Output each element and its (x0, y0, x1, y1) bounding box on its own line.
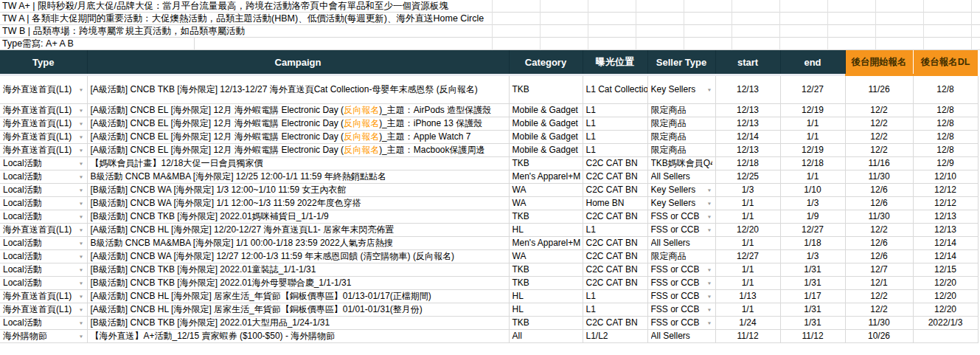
reg-dl-cell[interactable]: 2022/1/3 (913, 316, 978, 329)
end-date-cell[interactable]: 12/27 (780, 76, 845, 103)
type-cell[interactable]: Local活動 ▼ (0, 276, 87, 289)
type-cell[interactable]: Local活動 ▼ (0, 170, 87, 183)
chevron-down-icon[interactable]: ▼ (79, 174, 84, 179)
end-date-cell[interactable]: 1/31 (780, 303, 845, 316)
start-date-cell[interactable]: 12/25 (715, 170, 780, 183)
reg-dl-cell[interactable]: 12/14 (913, 236, 978, 249)
reg-dl-cell[interactable]: 12/20 (913, 289, 978, 303)
type-cell[interactable]: 海外購物節 ▼ (0, 329, 87, 342)
category-cell[interactable]: HL (509, 303, 583, 316)
end-date-cell[interactable]: 12/18 (780, 156, 845, 170)
chevron-down-icon[interactable]: ▼ (79, 280, 84, 285)
campaign-cell[interactable]: B級活動 CNCB MA&MBA [海外限定] 1/1 00:00-1/18 2… (87, 236, 509, 249)
reg-start-cell[interactable]: 12/2 (845, 223, 913, 236)
chevron-down-icon[interactable]: ▼ (79, 320, 84, 325)
end-date-cell[interactable]: 1/1 (780, 130, 845, 143)
category-cell[interactable]: TKB (509, 210, 583, 223)
exposure-cell[interactable]: L1 Cat Collection C2C CAT BN (583, 76, 647, 103)
reg-start-cell[interactable]: 10/26 (845, 329, 913, 342)
category-cell[interactable]: HL (509, 289, 583, 303)
end-date-cell[interactable]: 1/31 (780, 276, 845, 289)
seller-type-cell[interactable]: FSS or CCB ▼ (647, 289, 715, 303)
start-date-cell[interactable]: 12/13 (715, 103, 780, 117)
chevron-down-icon[interactable]: ▼ (79, 254, 84, 258)
end-date-cell[interactable]: 1/31 (780, 316, 845, 329)
type-cell[interactable]: Local活動 ▼ (0, 249, 87, 263)
category-cell[interactable]: TKB (509, 156, 583, 170)
reg-dl-cell[interactable]: 12/12 (913, 196, 978, 210)
chevron-down-icon[interactable]: ▼ (79, 108, 84, 112)
type-cell[interactable]: 海外直送首頁(L1) ▼ (0, 130, 87, 143)
seller-type-cell[interactable]: FSS or CCB ▼ (647, 316, 715, 329)
campaign-cell[interactable]: 【媽咪會員計畫】12/18大促一日會員獨家價 (87, 156, 509, 170)
chevron-down-icon[interactable]: ▼ (79, 267, 84, 272)
exposure-cell[interactable]: C2C CAT BN (583, 210, 647, 223)
reg-start-cell[interactable]: 12/2 (845, 117, 913, 130)
start-date-cell[interactable]: 1/1 (715, 263, 780, 276)
campaign-cell[interactable]: [A級活動] CNCB WA [海外限定] 12/27 12:00-1/3 11… (87, 249, 509, 263)
end-date-cell[interactable]: 11/12 (780, 329, 845, 342)
category-cell[interactable]: Men's Apparel+M (509, 236, 583, 249)
reg-start-cell[interactable]: 11/16 (845, 156, 913, 170)
campaign-cell[interactable]: [A級活動] CNCB HL [海外限定] 居家生活_年貨節【銅板價專區】01/… (87, 303, 509, 316)
exposure-cell[interactable]: L1 (583, 117, 647, 130)
category-cell[interactable]: Mobile & Gadget (509, 103, 583, 117)
exposure-cell[interactable]: C2C CAT BN (583, 276, 647, 289)
seller-type-cell[interactable]: FSS or CCB ▼ (647, 276, 715, 289)
type-cell[interactable]: 海外直送首頁(L1) ▼ (0, 76, 87, 103)
reg-dl-cell[interactable]: 12/8 (913, 130, 978, 143)
seller-type-cell[interactable]: Key Sellers ▼ (647, 196, 715, 210)
end-date-cell[interactable]: 1/3 (780, 249, 845, 263)
campaign-cell[interactable]: [A級活動] CNCB EL [海外限定] 12月 海外蝦電購 Electron… (87, 103, 509, 117)
reg-start-cell[interactable]: 12/7 (845, 263, 913, 276)
exposure-cell[interactable]: C2C CAT BN (583, 183, 647, 196)
reg-start-cell[interactable]: 12/6 (845, 249, 913, 263)
type-cell[interactable]: 海外直送首頁(L1) ▼ (0, 103, 87, 117)
category-cell[interactable]: TKB (509, 76, 583, 103)
start-date-cell[interactable]: 1/3 (715, 183, 780, 196)
end-date-cell[interactable]: 12/19 (780, 103, 845, 117)
reg-dl-cell[interactable]: 12/13 (913, 210, 978, 223)
exposure-cell[interactable]: L1 (583, 103, 647, 117)
campaign-cell[interactable]: [A級活動] CNCB HL [海外限定] 居家生活_年貨節【銅板價專區】01/… (87, 289, 509, 303)
type-cell[interactable]: 海外直送首頁(L1) ▼ (0, 223, 87, 236)
start-date-cell[interactable]: 12/13 (715, 117, 780, 130)
chevron-down-icon[interactable]: ▼ (79, 134, 84, 139)
category-cell[interactable]: Mobile & Gadget (509, 130, 583, 143)
chevron-down-icon[interactable]: ▼ (79, 148, 84, 152)
seller-type-cell[interactable]: All Sellers (647, 329, 715, 342)
chevron-down-icon[interactable]: ▼ (707, 320, 712, 325)
category-cell[interactable]: WA (509, 196, 583, 210)
campaign-cell[interactable]: [B級活動] CNCB TKB [海外限定] 2022.01海外母嬰聯合慶_1/… (87, 276, 509, 289)
reg-dl-cell[interactable]: 12/10 (913, 170, 978, 183)
reg-dl-cell[interactable]: 12/8 (913, 143, 978, 156)
reg-dl-cell[interactable]: 12/13 (913, 223, 978, 236)
campaign-cell[interactable]: 【海外直送】A+活動_12/15 賣家蝦券 ($100-$50) - 海外購物節 (87, 329, 509, 342)
start-date-cell[interactable]: 1/1 (715, 303, 780, 316)
reg-dl-cell[interactable]: 12/8 (913, 103, 978, 117)
seller-type-cell[interactable]: TKB媽咪會員Q4 (647, 156, 715, 170)
type-cell[interactable]: Local活動 ▼ (0, 196, 87, 210)
chevron-down-icon[interactable]: ▼ (79, 227, 84, 232)
campaign-cell[interactable]: B級活動 CNCB MA&MBA [海外限定] 12/25 12:00-1/1 … (87, 170, 509, 183)
category-cell[interactable]: WA (509, 249, 583, 263)
reg-start-cell[interactable]: 11/30 (845, 316, 913, 329)
reg-start-cell[interactable]: 11/30 (845, 210, 913, 223)
chevron-down-icon[interactable]: ▼ (707, 201, 712, 205)
exposure-cell[interactable]: C2C CAT BN (583, 170, 647, 183)
reg-start-cell[interactable]: 11/30 (845, 170, 913, 183)
category-cell[interactable]: Men's Apparel+M (509, 170, 583, 183)
exposure-cell[interactable]: L1 (583, 223, 647, 236)
seller-type-cell[interactable]: All Sellers (647, 236, 715, 249)
seller-type-cell[interactable]: Key Sellers ▼ (647, 183, 715, 196)
exposure-cell[interactable]: C2C CAT BN (583, 249, 647, 263)
reg-start-cell[interactable]: 12/1 (845, 276, 913, 289)
category-cell[interactable]: Mobile & Gadget (509, 143, 583, 156)
seller-type-cell[interactable]: 限定商品 (647, 249, 715, 263)
exposure-cell[interactable]: C2C CAT BN (583, 316, 647, 329)
seller-type-cell[interactable]: 限定商品 (647, 143, 715, 156)
category-cell[interactable]: TKB (509, 316, 583, 329)
reg-start-cell[interactable]: 12/6 (845, 196, 913, 210)
chevron-down-icon[interactable]: ▼ (707, 294, 712, 298)
reg-start-cell[interactable]: 12/6 (845, 183, 913, 196)
